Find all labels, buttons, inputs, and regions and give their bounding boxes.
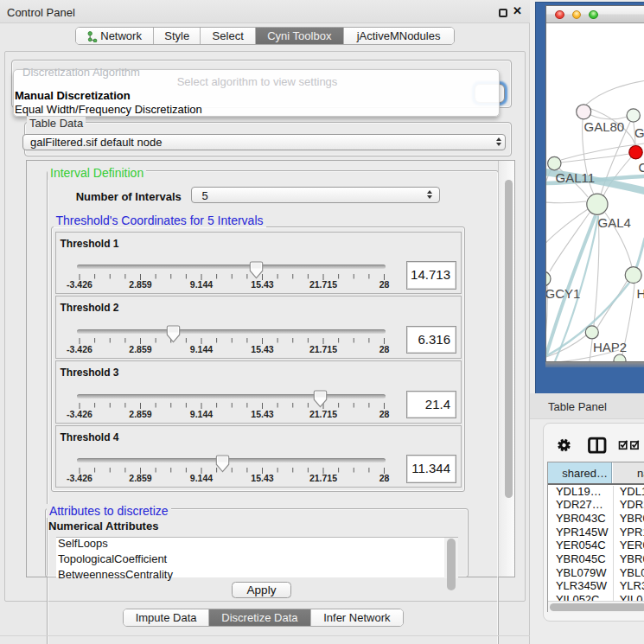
svg-text:GCY1: GCY1	[546, 286, 580, 301]
svg-text:GAL11: GAL11	[556, 170, 596, 185]
svg-text:GAL4: GAL4	[598, 215, 631, 230]
svg-text:HAP2: HAP2	[593, 340, 627, 354]
svg-text:CY: CY	[639, 160, 644, 175]
svg-text:GAL80: GAL80	[584, 119, 625, 134]
svg-text:HI: HI	[637, 286, 644, 301]
svg-text:GA: GA	[634, 125, 644, 140]
